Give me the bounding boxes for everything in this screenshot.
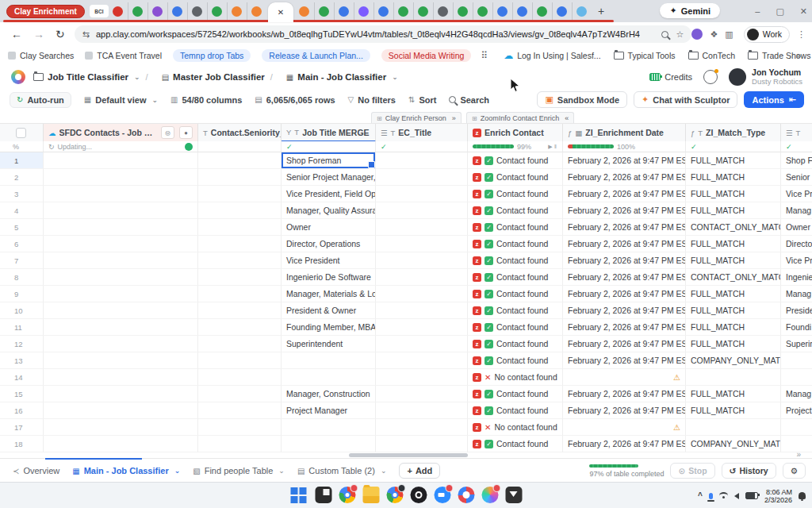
cell-job-title[interactable]: Superintendent <box>282 336 376 352</box>
cell-sfdc-contact[interactable] <box>44 302 198 319</box>
bookmark-folder[interactable]: Typical Tools <box>614 51 676 60</box>
cell-match-type[interactable]: FULL_MATCH <box>686 202 781 219</box>
close-window-button[interactable]: ✕ <box>800 6 807 17</box>
cell-enrich-contact[interactable]: z✓Contact found <box>468 236 563 252</box>
cell-enrich-contact[interactable]: z✓Contact found <box>468 219 563 236</box>
cell-job-title[interactable]: Vice President <box>282 252 376 269</box>
row-number[interactable]: 11 <box>0 319 44 336</box>
obs-app[interactable] <box>411 487 427 503</box>
cell-enrichment-date[interactable]: February 2, 2026 at 9:47 PM EST <box>563 269 686 286</box>
column-record-button[interactable]: ● <box>179 126 193 139</box>
file-explorer[interactable] <box>363 487 380 503</box>
browser-tab[interactable] <box>373 2 393 20</box>
cell-ec-title[interactable] <box>376 169 468 186</box>
cell-title-overflow[interactable] <box>781 419 812 436</box>
cell-title-overflow[interactable]: Vice Pr <box>781 252 812 269</box>
cell-title-overflow[interactable]: Manag <box>781 286 812 302</box>
cell-enrichment-date[interactable]: February 2, 2026 at 9:47 PM EST <box>563 402 686 419</box>
cell-enrichment-date[interactable]: February 2, 2026 at 9:47 PM EST <box>563 336 686 352</box>
row-number[interactable]: 14 <box>0 369 44 386</box>
cell-enrichment-date[interactable]: February 2, 2026 at 9:47 PM EST <box>563 202 686 219</box>
active-browser-tab[interactable]: ✕ <box>268 2 293 22</box>
url-text[interactable]: app.clay.com/workspaces/572542/workbooks… <box>96 29 640 39</box>
cell-ec-title[interactable] <box>376 386 468 402</box>
row-number[interactable]: 9 <box>0 286 44 302</box>
cell-title-overflow[interactable]: Foundi <box>781 319 812 336</box>
cell-enrich-contact[interactable]: z✓Contact found <box>468 336 563 352</box>
taskbar-clock[interactable]: 8:06 AM 2/3/2026 <box>764 488 792 504</box>
cell-title-overflow[interactable]: Owner <box>781 219 812 236</box>
cell-seniority[interactable] <box>198 419 282 436</box>
cell-ec-title[interactable] <box>376 369 468 386</box>
cell-sfdc-contact[interactable] <box>44 269 198 286</box>
cell-match-type[interactable]: FULL_MATCH <box>686 286 781 302</box>
search-icon[interactable] <box>661 31 668 38</box>
profile-button[interactable]: Work <box>744 26 790 43</box>
cell-enrich-contact[interactable]: z✓Contact found <box>468 352 563 369</box>
browser-tab[interactable] <box>187 2 207 20</box>
cell-enrichment-date[interactable]: February 2, 2026 at 9:47 PM EST <box>563 352 686 369</box>
microphone-icon[interactable] <box>709 493 713 499</box>
cell-job-title[interactable]: Vice President, Field Operat... <box>282 186 376 202</box>
speaker-icon[interactable] <box>734 493 739 499</box>
stop-button[interactable]: ⊙ Stop <box>670 463 714 479</box>
cell-enrichment-date[interactable]: February 2, 2026 at 9:47 PM EST <box>563 319 686 336</box>
tab-main-job-classifier[interactable]: ▦ Main - Job Classifier ⌄ <box>72 466 180 475</box>
back-icon[interactable]: ← <box>11 28 22 40</box>
column-header-ec-title[interactable]: ☰ T EC_Title <box>376 124 468 142</box>
minimize-button[interactable]: – <box>755 6 760 16</box>
site-info-icon[interactable]: ⇆ <box>82 29 90 40</box>
zoom-app[interactable] <box>435 487 451 503</box>
breadcrumb-workspace[interactable]: Job Title Classifier ⌄ <box>33 72 140 82</box>
row-number[interactable]: 18 <box>0 436 44 452</box>
cell-seniority[interactable] <box>198 402 282 419</box>
cell-job-title[interactable]: Owner <box>282 219 376 236</box>
group-tab-zoominfo[interactable]: ⊞ ZoomInfo Contact Enrich « <box>466 112 574 124</box>
cell-sfdc-contact[interactable] <box>44 436 198 452</box>
auto-run-button[interactable]: ↻ Auto-run <box>10 92 71 108</box>
browser-tab[interactable] <box>147 2 167 20</box>
cell-sfdc-contact[interactable] <box>44 169 198 186</box>
filters-button[interactable]: ▽ No filters <box>348 95 396 105</box>
cell-enrichment-date[interactable]: February 2, 2026 at 9:47 PM EST <box>563 436 686 452</box>
add-table-button[interactable]: + Add <box>399 463 440 479</box>
snipping-tool[interactable] <box>458 487 475 503</box>
cell-seniority[interactable] <box>198 336 282 352</box>
cell-seniority[interactable] <box>198 369 282 386</box>
bookmark-login[interactable]: ☁ Log In Using | Salesf... <box>504 50 600 61</box>
bookmark-item[interactable]: Clay Searches <box>8 51 74 60</box>
cell-title-overflow[interactable]: Project <box>781 402 812 419</box>
forward-icon[interactable]: → <box>33 28 44 40</box>
cell-seniority[interactable] <box>198 186 282 202</box>
cell-enrich-contact[interactable]: z✓Contact found <box>468 386 563 402</box>
view-selector[interactable]: ▦ Default view ⌄ <box>84 95 158 105</box>
cell-sfdc-contact[interactable] <box>44 236 198 252</box>
cell-title-overflow[interactable]: Vice Pr <box>781 186 812 202</box>
cell-enrich-contact[interactable]: z✓Contact found <box>468 152 563 169</box>
cell-match-type[interactable]: FULL_MATCH <box>686 236 781 252</box>
actions-button[interactable]: Actions ⇤ <box>744 91 804 108</box>
cell-title-overflow[interactable]: Manag <box>781 386 812 402</box>
browser-tab[interactable] <box>314 2 334 20</box>
reload-icon[interactable]: ↻ <box>56 28 65 40</box>
row-number[interactable]: 1 <box>0 152 44 169</box>
wifi-icon[interactable] <box>719 492 728 499</box>
bookmark-item[interactable]: Temnp drop Tabs <box>173 49 251 62</box>
cell-job-title[interactable]: Senior Project Manager, Co... <box>282 169 376 186</box>
cell-enrichment-date[interactable]: February 2, 2026 at 9:47 PM EST <box>563 219 686 236</box>
cell-sfdc-contact[interactable] <box>44 352 198 369</box>
chrome-personal[interactable] <box>387 487 404 503</box>
cell-sfdc-contact[interactable] <box>44 219 198 236</box>
chrome-work[interactable] <box>339 487 356 503</box>
cell-sfdc-contact[interactable] <box>44 419 198 436</box>
cell-ec-title[interactable] <box>376 152 468 169</box>
browser-tab[interactable] <box>109 2 128 20</box>
cell-sfdc-contact[interactable] <box>44 286 198 302</box>
browser-tab[interactable] <box>512 2 532 20</box>
cell-enrich-contact[interactable]: z✓Contact found <box>468 319 563 336</box>
bookmark-item[interactable]: Social Media Writing <box>381 49 472 62</box>
cell-enrich-contact[interactable]: z✓Contact found <box>468 436 563 452</box>
browser-tab[interactable] <box>453 2 473 20</box>
cell-match-type[interactable]: CONTACT_ONLY_MATCH <box>686 219 781 236</box>
bookmark-folder[interactable]: Trade Shows <box>748 51 810 60</box>
